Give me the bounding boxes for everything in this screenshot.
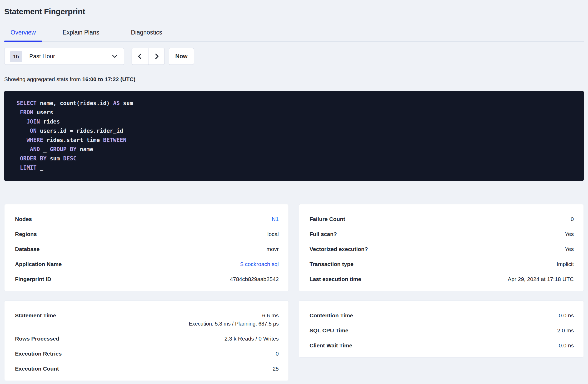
info-label: Regions xyxy=(15,231,37,237)
sql-identifier: rides xyxy=(40,119,60,125)
info-row: Fingerprint ID4784cb829aab2542 xyxy=(15,272,279,287)
info-value: Yes xyxy=(565,231,574,237)
chevron-left-icon xyxy=(137,53,143,60)
info-label: Full scan? xyxy=(310,231,337,237)
sql-keyword: AS xyxy=(113,100,120,106)
info-row: Application Name$ cockroach sql xyxy=(15,257,279,272)
sql-line: FROM users xyxy=(17,108,576,117)
info-label: Contention Time xyxy=(310,312,353,319)
execution-attributes-rows: Failure Count0Full scan?YesVectorized ex… xyxy=(310,211,574,287)
sql-identifier: rides.start_time xyxy=(43,137,103,143)
info-row: SQL CPU Time2.0 ms xyxy=(310,323,574,338)
info-value: local xyxy=(267,231,279,237)
sql-keyword: JOIN xyxy=(27,119,40,125)
info-label: Fingerprint ID xyxy=(15,276,51,282)
info-label: Last execution time xyxy=(310,276,361,282)
sql-keyword: DESC xyxy=(63,155,77,162)
caption-time-range: 16:00 to 17:22 (UTC) xyxy=(82,76,136,82)
sql-statement-box: SELECT name, count(rides.id) AS sum FROM… xyxy=(4,91,584,181)
statement-details-rows: NodesN1RegionslocalDatabasemovrApplicati… xyxy=(15,211,279,287)
sql-keyword: BETWEEN xyxy=(103,137,127,143)
sql-keyword: FROM xyxy=(20,109,33,116)
info-label: Rows Processed xyxy=(15,335,59,342)
top-cards-row: NodesN1RegionslocalDatabasemovrApplicati… xyxy=(4,204,584,291)
time-nav-button-group xyxy=(132,48,165,65)
info-value: Implicit xyxy=(557,261,574,267)
tab-bar: Overview Explain Plans Diagnostics xyxy=(4,26,584,42)
info-row: Contention Time0.0 ns xyxy=(310,308,574,323)
info-label: Transaction type xyxy=(310,261,353,267)
info-value-wrap: Yes xyxy=(565,246,574,252)
tab-explain-plans[interactable]: Explain Plans xyxy=(52,26,110,41)
info-value: 6.6 ms xyxy=(262,312,279,319)
time-prev-button[interactable] xyxy=(132,48,148,65)
info-value-wrap: Yes xyxy=(565,231,574,237)
time-breakdown-rows: Contention Time0.0 nsSQL CPU Time2.0 msC… xyxy=(310,308,574,353)
time-next-button[interactable] xyxy=(148,48,165,65)
info-value: 0 xyxy=(571,216,574,222)
info-value-wrap: 2.3 k Reads / 0 Writes xyxy=(225,335,279,342)
info-value-wrap: Implicit xyxy=(557,261,574,267)
info-value: 0 xyxy=(276,350,279,357)
info-value-wrap: 2.0 ms xyxy=(557,327,574,334)
bottom-cards-row: Statement Time6.6 msExecution: 5.8 ms / … xyxy=(4,301,584,381)
sql-keyword: WHERE xyxy=(27,137,43,143)
time-range-badge: 1h xyxy=(10,51,22,62)
info-value: Apr 29, 2024 at 17:18 UTC xyxy=(508,276,574,282)
info-value-wrap: movr xyxy=(266,246,279,252)
execution-attributes-card: Failure Count0Full scan?YesVectorized ex… xyxy=(299,204,584,291)
sql-line: WHERE rides.start_time BETWEEN _ xyxy=(17,136,576,145)
info-value-wrap: Apr 29, 2024 at 17:18 UTC xyxy=(508,276,574,282)
info-row: Rows Processed2.3 k Reads / 0 Writes xyxy=(15,331,279,346)
time-range-label: Past Hour xyxy=(29,53,112,60)
sql-identifier: users.id = rides.rider_id xyxy=(37,128,123,134)
info-row: Execution Retries0 xyxy=(15,346,279,361)
sql-line: JOIN rides xyxy=(17,117,576,126)
sql-identifier xyxy=(17,137,27,143)
sql-identifier xyxy=(17,165,20,171)
sql-line: AND _ GROUP BY name xyxy=(17,145,576,154)
caption-prefix: Showing aggregated stats from xyxy=(4,76,82,82)
info-label: Database xyxy=(15,246,39,252)
info-value-wrap: 0.0 ns xyxy=(559,312,574,319)
tab-diagnostics[interactable]: Diagnostics xyxy=(120,26,173,41)
execution-stats-rows: Statement Time6.6 msExecution: 5.8 ms / … xyxy=(15,308,279,376)
sql-keyword: LIMIT xyxy=(20,165,37,171)
info-label: Statement Time xyxy=(15,312,56,319)
sql-identifier: _ xyxy=(126,137,133,143)
sql-keyword: ORDER BY xyxy=(20,155,47,162)
sql-identifier xyxy=(17,146,30,152)
info-subvalue: Execution: 5.8 ms / Planning: 687.5 µs xyxy=(189,321,279,327)
info-value: movr xyxy=(266,246,279,252)
info-value: Yes xyxy=(565,246,574,252)
info-value: 2.3 k Reads / 0 Writes xyxy=(225,335,279,342)
sql-identifier: sum xyxy=(47,155,63,162)
tab-overview[interactable]: Overview xyxy=(4,26,42,41)
info-value-wrap: 0.0 ns xyxy=(559,342,574,349)
info-value-wrap: 0 xyxy=(571,216,574,222)
info-row: NodesN1 xyxy=(15,211,279,227)
execution-stats-card: Statement Time6.6 msExecution: 5.8 ms / … xyxy=(4,301,289,381)
info-value: 0.0 ns xyxy=(559,312,574,319)
time-range-select[interactable]: 1h Past Hour xyxy=(4,48,124,65)
info-row: Vectorized execution?Yes xyxy=(310,242,574,257)
info-value-wrap: N1 xyxy=(272,216,279,222)
sql-line: ON users.id = rides.rider_id xyxy=(17,126,576,136)
info-label: Nodes xyxy=(15,216,32,222)
sql-identifier xyxy=(17,119,27,125)
info-value-wrap: 6.6 msExecution: 5.8 ms / Planning: 687.… xyxy=(189,312,279,327)
info-value-link[interactable]: N1 xyxy=(272,216,279,222)
sql-keyword: GROUP BY xyxy=(50,146,76,152)
sql-identifier: _ xyxy=(40,146,50,152)
now-button[interactable]: Now xyxy=(169,48,194,65)
sql-keyword: ON xyxy=(30,128,37,134)
info-value-link[interactable]: $ cockroach sql xyxy=(240,261,279,267)
info-value-wrap: 25 xyxy=(273,365,279,372)
page-title: Statement Fingerprint xyxy=(4,0,584,17)
info-value: 25 xyxy=(273,365,279,372)
time-breakdown-card: Contention Time0.0 nsSQL CPU Time2.0 msC… xyxy=(299,301,584,358)
sql-keyword: SELECT xyxy=(17,100,37,106)
sql-identifier: users xyxy=(33,109,53,116)
sql-identifier: name xyxy=(77,146,93,152)
info-label: Execution Count xyxy=(15,365,59,372)
